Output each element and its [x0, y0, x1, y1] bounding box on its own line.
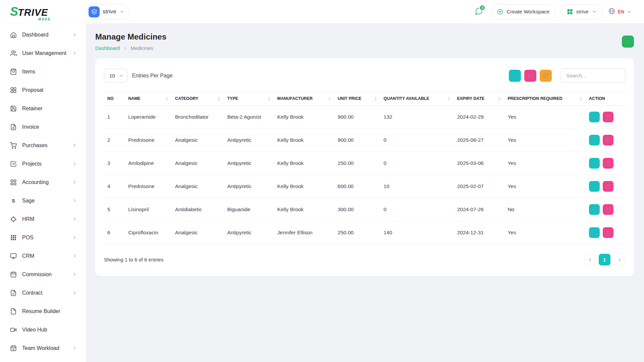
delete-button[interactable]	[603, 158, 613, 169]
sidebar-item-contract[interactable]: Contract	[0, 284, 86, 302]
video-icon	[10, 326, 17, 333]
brand-logo[interactable]: STRIVE MAKE	[10, 5, 51, 19]
create-workspace-button[interactable]: Create Workspace	[491, 4, 555, 19]
cell-no: 6	[104, 221, 125, 244]
home-icon	[10, 32, 17, 38]
column-header-category[interactable]: CATEGORY	[172, 92, 224, 106]
cell-quantity: 0	[380, 129, 454, 152]
edit-button[interactable]	[589, 204, 600, 215]
cell-action	[586, 175, 625, 198]
delete-button[interactable]	[603, 112, 613, 122]
undo-button[interactable]	[524, 70, 536, 82]
pagination-page-1[interactable]: 1	[599, 254, 610, 265]
cell-name: Prednisone	[125, 129, 172, 152]
cell-expiry: 2025-02-07	[454, 175, 504, 198]
cell-prescription: Yes	[504, 221, 585, 244]
cell-prescription: No	[504, 198, 585, 221]
medicines-card: 10 Entries Per Page	[95, 58, 634, 276]
table-header-row: NONAMECATEGORYTYPEMANUFACTURERUNIT PRICE…	[104, 92, 625, 106]
refresh-button[interactable]	[540, 70, 552, 82]
pagination-prev-button[interactable]	[584, 254, 596, 265]
chevron-right-icon	[123, 46, 127, 51]
delete-button[interactable]	[603, 181, 613, 192]
sidebar-item-commission[interactable]: Commission	[0, 265, 86, 284]
add-medicine-button[interactable]	[622, 36, 634, 48]
table-row: 5LisinoprilAntidiabeticBiguanideKelly Br…	[104, 198, 625, 221]
cell-prescription: Yes	[504, 106, 585, 129]
cell-manufacturer: Jennifer Ellison	[274, 221, 334, 244]
column-header-name[interactable]: NAME	[125, 92, 172, 106]
sage-icon: S	[10, 197, 17, 204]
sort-icon	[498, 97, 501, 101]
topbar-brand: STRIVE MAKE	[0, 5, 86, 19]
svg-text:S: S	[12, 198, 15, 203]
chevron-right-icon	[72, 346, 77, 351]
workspace-name: strive	[103, 8, 116, 15]
cell-no: 2	[104, 129, 125, 152]
column-header-prescription-required[interactable]: PRESCRIPTION REQUIRED	[504, 92, 585, 106]
delete-button[interactable]	[603, 204, 613, 215]
entries-per-page-select[interactable]: 10	[104, 69, 127, 82]
chat-button[interactable]: 0	[472, 5, 486, 19]
sidebar-item-pos[interactable]: POS	[0, 228, 86, 247]
chevron-down-icon	[119, 73, 123, 78]
grid-icon	[10, 179, 17, 186]
edit-button[interactable]	[589, 181, 600, 192]
breadcrumb-dashboard-link[interactable]: Dashboard	[95, 45, 120, 51]
sidebar-item-projects[interactable]: Projects	[0, 155, 86, 173]
edit-button[interactable]	[589, 112, 600, 122]
language-switcher[interactable]: EN	[608, 7, 632, 16]
column-header-expiry-date[interactable]: EXPIRY DATE	[454, 92, 504, 106]
sidebar-item-items[interactable]: Items	[0, 62, 86, 81]
file-icon	[10, 308, 17, 315]
edit-button[interactable]	[589, 158, 600, 169]
cell-category: Analgesic	[172, 129, 224, 152]
trash-icon	[606, 184, 610, 189]
cell-category: Analgesic	[172, 221, 224, 244]
sidebar-item-team-workload[interactable]: Team Workload	[0, 339, 86, 357]
column-header-quantity-available[interactable]: QUANTITY AVAILABLE	[380, 92, 454, 106]
sidebar-item-accounting[interactable]: Accounting	[0, 173, 86, 191]
sidebar-item-video-hub[interactable]: Video Hub	[0, 320, 86, 339]
sidebar-item-user-management[interactable]: User Management	[0, 44, 86, 62]
cell-manufacturer: Kelly Brook	[274, 198, 334, 221]
cell-type: Antipyretic	[224, 129, 274, 152]
delete-button[interactable]	[603, 135, 613, 145]
cell-unit-price: 900.00	[334, 106, 380, 129]
sidebar-item-sage[interactable]: SSage	[0, 191, 86, 210]
sidebar-item-proposal[interactable]: Proposal	[0, 81, 86, 99]
column-header-action: ACTION	[586, 92, 625, 106]
sidebar-item-label: Resume Builder	[22, 308, 77, 314]
search-input[interactable]	[561, 68, 625, 83]
app-switcher-button[interactable]: strive	[561, 4, 603, 19]
sidebar-item-label: Accounting	[22, 179, 67, 185]
delete-button[interactable]	[603, 227, 613, 238]
cell-expiry: 2025-06-27	[454, 129, 504, 152]
sort-icon	[447, 97, 450, 101]
cell-action	[586, 106, 625, 129]
cell-name: Ciprofloxacin	[125, 221, 172, 244]
sidebar-item-purchases[interactable]: Purchases	[0, 136, 86, 155]
workspace-switcher[interactable]: strive	[86, 4, 129, 19]
sidebar-item-label: HRM	[22, 216, 67, 222]
cell-expiry: 2025-03-06	[454, 152, 504, 175]
sidebar-item-crm[interactable]: CRM	[0, 247, 86, 265]
edit-button[interactable]	[589, 227, 600, 238]
sidebar-item-resume-builder[interactable]: Resume Builder	[0, 302, 86, 320]
edit-button[interactable]	[589, 135, 600, 145]
chevron-right-icon	[72, 143, 77, 148]
sidebar-item-dashboard[interactable]: Dashboard	[0, 25, 86, 44]
trash-icon	[606, 230, 610, 235]
download-button[interactable]	[509, 70, 521, 82]
column-header-type[interactable]: TYPE	[224, 92, 274, 106]
sidebar-item-hrm[interactable]: HRM	[0, 210, 86, 228]
sidebar-item-invoice[interactable]: Invoice	[0, 118, 86, 136]
column-header-unit-price[interactable]: UNIT PRICE	[334, 92, 380, 106]
file-text-icon	[10, 124, 17, 130]
column-header-manufacturer[interactable]: MANUFACTURER	[274, 92, 334, 106]
pagination-next-button[interactable]	[613, 254, 625, 265]
sort-icon	[579, 97, 582, 101]
sidebar-item-label: Contract	[22, 290, 67, 296]
chevron-right-icon	[72, 180, 77, 185]
sidebar-item-retainer[interactable]: Retainer	[0, 99, 86, 118]
